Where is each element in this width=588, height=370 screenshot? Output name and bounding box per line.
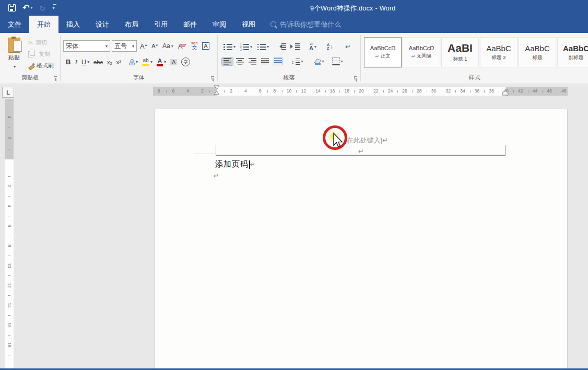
ruler-number: 4 xyxy=(7,205,12,207)
font-size-combobox[interactable]: 五号 xyxy=(112,40,137,52)
format-painter-button[interactable]: 格式刷 xyxy=(27,61,55,70)
ruler-number: 36 xyxy=(475,88,479,94)
align-center-button[interactable] xyxy=(234,57,245,65)
style-subtitle[interactable]: AaBbC 副标题 xyxy=(557,37,588,67)
text-effects-button[interactable]: A xyxy=(128,57,139,67)
tab-view[interactable]: 视图 xyxy=(234,16,263,33)
header-placeholder[interactable]: [在此处键入]↵ xyxy=(345,136,388,145)
character-border-button[interactable]: A xyxy=(201,42,210,50)
ruler-tick xyxy=(499,90,499,92)
v-ruler[interactable]: 4224681012141618 xyxy=(5,99,14,370)
ruler-tick xyxy=(528,90,528,92)
clear-formatting-button[interactable]: A xyxy=(177,42,184,50)
ruler-tick xyxy=(8,128,10,128)
ruler-number: 34 xyxy=(460,88,465,94)
right-indent-marker[interactable] xyxy=(502,90,509,96)
tell-me-search[interactable]: 告诉我你想要做什么 xyxy=(271,16,341,33)
save-button[interactable] xyxy=(8,4,16,11)
copy-button[interactable]: 复制 xyxy=(27,50,55,59)
ruler-number: 16 xyxy=(7,322,12,327)
sort-button[interactable]: AZ xyxy=(325,42,335,51)
line-spacing-button[interactable] xyxy=(290,58,305,65)
search-icon xyxy=(271,21,276,27)
tab-mailings[interactable]: 邮件 xyxy=(175,16,205,33)
paragraph-group: ⇄A AZ 段落 xyxy=(218,33,360,84)
body-text-line[interactable]: 添加页码 ↵ xyxy=(215,159,256,169)
redo-button[interactable] xyxy=(39,4,45,12)
paste-button[interactable]: 粘贴 xyxy=(3,38,26,78)
tab-selector[interactable]: L xyxy=(2,87,14,98)
paste-dropdown[interactable] xyxy=(13,63,16,69)
pilcrow-mark: ↵ xyxy=(358,147,364,155)
show-marks-button[interactable] xyxy=(344,42,352,51)
italic-button[interactable]: I xyxy=(73,58,78,66)
font-name-combobox[interactable]: 宋体 xyxy=(63,40,110,52)
ruler-tick xyxy=(8,216,10,216)
style-heading-1[interactable]: AaBI 标题 1 xyxy=(441,37,479,67)
borders-button[interactable] xyxy=(331,57,345,66)
ruler-number: 24 xyxy=(388,88,393,94)
tab-layout[interactable]: 布局 xyxy=(117,16,146,33)
strikethrough-button[interactable]: abc xyxy=(92,59,104,66)
superscript-button[interactable]: x² xyxy=(115,59,123,66)
ruler-tick xyxy=(8,355,10,355)
ruler-number: 2 xyxy=(7,137,12,140)
multilevel-list-button[interactable] xyxy=(255,43,271,51)
tab-review[interactable]: 审阅 xyxy=(205,16,234,33)
ruler-number: 26 xyxy=(402,88,407,94)
asian-layout-button[interactable]: ⇄A xyxy=(308,41,318,52)
ruler-number: 38 xyxy=(489,88,494,94)
style-heading-2[interactable]: AaBbC 标题 2 xyxy=(480,37,518,67)
ruler-number: 8 xyxy=(7,245,12,247)
ruler-tick xyxy=(412,90,413,92)
character-shading-button[interactable]: A xyxy=(169,59,179,66)
ruler-number: 32 xyxy=(445,88,450,94)
cut-button[interactable]: 剪切 xyxy=(27,38,55,47)
underline-button[interactable]: U xyxy=(80,58,91,66)
align-left-icon xyxy=(224,58,231,65)
qat-customize-button[interactable]: ▾ xyxy=(52,6,55,10)
shading-button[interactable] xyxy=(313,58,326,65)
grow-font-button[interactable]: A xyxy=(138,42,148,50)
font-color-button[interactable]: A xyxy=(155,57,168,67)
subscript-button[interactable]: x₂ xyxy=(105,59,114,66)
tab-insert[interactable]: 插入 xyxy=(58,16,88,33)
tab-references[interactable]: 引用 xyxy=(146,16,175,33)
tab-design[interactable]: 设计 xyxy=(88,16,117,33)
undo-button[interactable] xyxy=(22,4,32,12)
style-title[interactable]: AaBbC 标题 xyxy=(519,37,556,67)
hanging-indent-marker[interactable] xyxy=(214,90,220,95)
enclose-characters-button[interactable]: 字 xyxy=(180,57,192,67)
clipboard-dialog-launcher[interactable] xyxy=(54,76,58,81)
align-left-button[interactable] xyxy=(222,57,233,65)
ruler-tick xyxy=(354,90,355,92)
body-text: 添加页码 xyxy=(215,159,249,169)
copy-icon xyxy=(28,51,33,57)
style-normal[interactable]: AaBbCcD ↵正文 xyxy=(364,37,402,67)
increase-indent-button[interactable] xyxy=(289,43,301,50)
style-no-spacing[interactable]: AaBbCcD ↵无间隔 xyxy=(403,37,440,67)
font-dialog-launcher[interactable] xyxy=(211,76,216,81)
ruler-number: 30 xyxy=(431,88,436,94)
ruler-tick xyxy=(441,90,441,92)
tab-file[interactable]: 文件 xyxy=(0,16,29,33)
shrink-font-button[interactable]: A xyxy=(150,43,159,50)
distribute-button[interactable] xyxy=(272,57,284,66)
ruler-tick xyxy=(470,90,471,92)
tab-home[interactable]: 开始 xyxy=(29,16,58,33)
decrease-indent-button[interactable] xyxy=(276,43,288,50)
bold-button[interactable]: B xyxy=(64,58,72,66)
justify-button[interactable] xyxy=(260,57,271,65)
numbering-button[interactable] xyxy=(239,43,254,51)
font-group: 宋体 五号 A A Aa A wén文 A B I U abc x₂ x² A … xyxy=(61,33,217,84)
first-line-indent-marker[interactable] xyxy=(214,85,220,90)
phonetic-guide-button[interactable]: wén文 xyxy=(190,41,199,51)
ruler-tick xyxy=(224,90,225,92)
paragraph-dialog-launcher[interactable] xyxy=(354,76,359,81)
highlight-button[interactable]: ab xyxy=(140,57,154,66)
bullets-button[interactable] xyxy=(222,43,237,51)
change-case-button[interactable]: Aa xyxy=(161,42,175,50)
scissors-icon xyxy=(28,39,33,47)
align-right-button[interactable] xyxy=(247,57,258,65)
ruler-number: 4 xyxy=(7,115,12,118)
